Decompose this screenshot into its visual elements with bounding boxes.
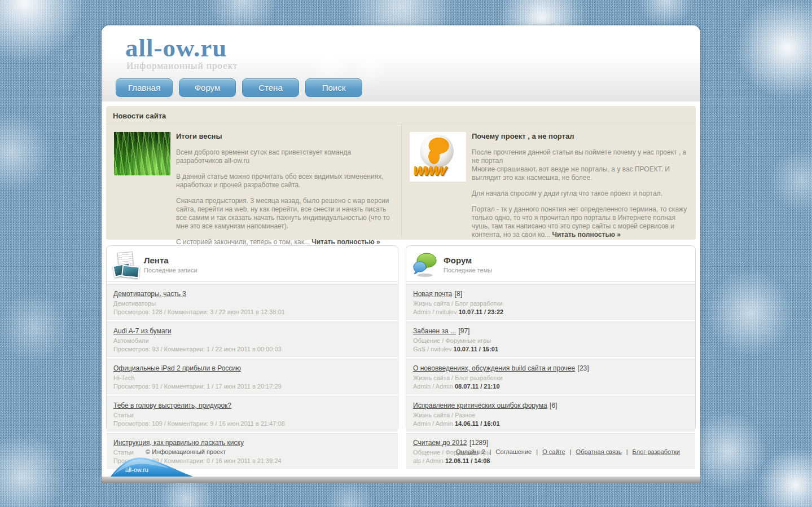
forum-topic-count: [6] — [550, 402, 557, 409]
forum-panel: Форум Последние темы Новая почта [8] Жиз… — [406, 245, 696, 431]
forum-topic-category: Жизнь сайта / Разное — [413, 412, 688, 418]
site-footer: all-ow.ru © Информационный проект Онлайн… — [102, 431, 700, 477]
speech-bubbles-icon — [412, 252, 438, 277]
separator: | — [570, 448, 572, 455]
forum-topic-category: Жизнь сайта / Блог разработки — [413, 300, 688, 307]
www-letters: WWW — [412, 164, 446, 178]
separator: | — [626, 448, 628, 455]
dev-blog-link[interactable]: Блог разработки — [633, 448, 680, 455]
forum-panel-title: Форум — [444, 255, 492, 265]
grass-photo[interactable] — [114, 132, 170, 175]
agreement-link[interactable]: Соглашение — [496, 448, 532, 455]
news-section: Новости сайта Итоги весны Всем доброго в… — [106, 106, 696, 240]
feed-panel-title: Лента — [144, 255, 197, 265]
feed-item-link[interactable]: Демотиваторы, часть 3 — [113, 290, 186, 298]
globe-www-photo[interactable]: WWW — [410, 132, 466, 182]
site-container: all-ow.ru Информаионный проект Главная Ф… — [102, 25, 700, 477]
feed-panel: Лента Последние записи Демотиваторы, час… — [106, 245, 398, 431]
page-bottom-edge — [102, 477, 700, 483]
forum-topic-authors: Admin / nvitulev — [413, 308, 457, 315]
nav-home-button[interactable]: Главная — [116, 78, 173, 97]
article-paragraph: Всем доброго времени суток вас приветств… — [176, 148, 393, 165]
news-article-spring: Итоги весны Всем доброго времени суток в… — [106, 125, 401, 237]
article-paragraph: Многие спрашивают, вот везде же порталы,… — [472, 165, 687, 182]
forum-topic-authors: Admin / Admin — [413, 420, 453, 427]
forum-topic-category: Общение / Форумные игры — [413, 337, 688, 344]
forum-item: Новая почта [8] Жизнь сайта / Блог разра… — [406, 284, 695, 320]
feed-item: Тебе в голову выстрелить, придурок? Стат… — [107, 396, 398, 431]
forum-topic-category: Жизнь сайта / Блог разработки — [413, 374, 688, 381]
forum-topic-link[interactable]: Новая почта — [413, 290, 452, 298]
feed-item-stats: Просмотров: 93 / Комментарии: 1 / 22 июн… — [113, 346, 391, 352]
nav-search-button[interactable]: Поиск — [305, 78, 362, 97]
feed-panel-header: Лента Последние записи — [107, 246, 398, 281]
forum-panel-header: Форум Последние темы — [406, 246, 695, 281]
feed-item: Официальные iPad 2 прибыли в Россию Hi-T… — [107, 359, 398, 394]
feed-item-link[interactable]: Audi A-7 из бумаги — [113, 327, 172, 335]
news-article-project: WWW Почему проект , а не портал После пр… — [401, 125, 695, 237]
feed-panel-subtitle: Последние записи — [144, 267, 197, 274]
article-title[interactable]: Почему проект , а не портал — [472, 132, 687, 140]
read-more-link[interactable]: Читать полностью » — [311, 238, 380, 246]
read-more-link[interactable]: Читать полностью » — [552, 231, 621, 239]
footer-links: Онлайн: 2 | Соглашение | О сайте | Обрат… — [456, 448, 680, 455]
article-paragraph: В данной статье можно прочитать обо всех… — [176, 173, 393, 189]
site-logo[interactable]: all-ow.ru — [125, 33, 227, 63]
forum-topic-link[interactable]: Забанен за ... — [413, 327, 456, 335]
forum-topic-authors: GaS / nvitulev — [413, 346, 451, 352]
feed-item: Audi A-7 из бумаги Автомобили Просмотров… — [107, 321, 398, 357]
separator: | — [536, 448, 538, 455]
nav-forum-button[interactable]: Форум — [179, 78, 236, 97]
forum-item: О нововведениях, обсуждения build сайта … — [406, 359, 695, 394]
forum-topic-count: [23] — [578, 364, 589, 372]
photo-stack-icon — [112, 252, 138, 277]
forum-topic-date: 14.06.11 / 16:01 — [455, 420, 500, 427]
separator: | — [490, 448, 491, 455]
nav-wall-button[interactable]: Стена — [242, 78, 299, 97]
site-tagline: Информаионный проект — [126, 60, 238, 72]
forum-topic-count: [8] — [455, 290, 462, 298]
feed-item-stats: Просмотров: 109 / Комментарии: 9 / 16 ию… — [113, 420, 391, 427]
globe-icon — [420, 134, 454, 168]
feed-item-stats: Просмотров: 128 / Комментарии: 3 / 22 ию… — [113, 308, 391, 315]
forum-topic-date: 10.07.11 / 23:22 — [459, 308, 504, 315]
article-paragraph-text: С историей закончили, теперь о том, как.… — [176, 238, 310, 246]
news-section-title: Новости сайта — [106, 106, 696, 125]
forum-topic-date: 08.07.11 / 21:10 — [455, 383, 500, 390]
about-link[interactable]: О сайте — [542, 448, 565, 455]
feed-item-category: Автомобили — [113, 337, 391, 344]
online-count: : 2 — [478, 448, 485, 455]
wave-logo-text: all-ow.ru — [125, 466, 148, 473]
feed-item-link[interactable]: Официальные iPad 2 прибыли в Россию — [113, 364, 241, 372]
forum-topic-count: [97] — [458, 327, 469, 335]
feed-item-link[interactable]: Тебе в голову выстрелить, придурок? — [113, 402, 231, 409]
article-title[interactable]: Итоги весны — [176, 132, 393, 140]
feed-item-category: Hi-Tech — [113, 374, 391, 381]
article-paragraph: Для начала спросим у дяди гугла что тако… — [472, 189, 687, 198]
copyright-text: © Информационный проект — [146, 448, 226, 455]
feed-item-category: Демотиваторы — [113, 300, 391, 307]
forum-topic-authors: Admin / Admin — [413, 383, 453, 390]
article-paragraph: Сначала предыстория. 3 месяца назад, был… — [176, 197, 393, 231]
forum-topic-date: 10.07.11 / 15:01 — [454, 346, 499, 352]
forum-panel-subtitle: Последние темы — [444, 267, 492, 274]
feed-item-stats: Просмотров: 91 / Комментарии: 1 / 17 июн… — [113, 383, 391, 390]
blue-wave-logo: all-ow.ru — [109, 454, 194, 477]
site-header: all-ow.ru Информаионный проект Главная Ф… — [102, 25, 700, 102]
forum-topic-link[interactable]: О нововведениях, обсуждения build сайта … — [413, 364, 575, 372]
article-paragraph: Портал - тк у данного понятия нет опреде… — [472, 205, 687, 239]
forum-item: Исправление критических ошибок форума [6… — [406, 396, 695, 431]
news-columns: Итоги весны Всем доброго времени суток в… — [106, 125, 696, 237]
forum-item: Забанен за ... [97] Общение / Форумные и… — [406, 321, 695, 357]
feed-item: Демотиваторы, часть 3 Демотиваторы Просм… — [107, 284, 398, 320]
forum-topic-link[interactable]: Исправление критических ошибок форума — [413, 402, 547, 409]
article-paragraph: После прочтения данной статьи вы поймете… — [472, 148, 687, 165]
main-nav: Главная Форум Стена Поиск — [116, 78, 368, 97]
feed-item-category: Статьи — [113, 412, 391, 418]
feedback-link[interactable]: Обратная связь — [576, 448, 622, 455]
online-link[interactable]: Онлайн — [456, 448, 478, 455]
